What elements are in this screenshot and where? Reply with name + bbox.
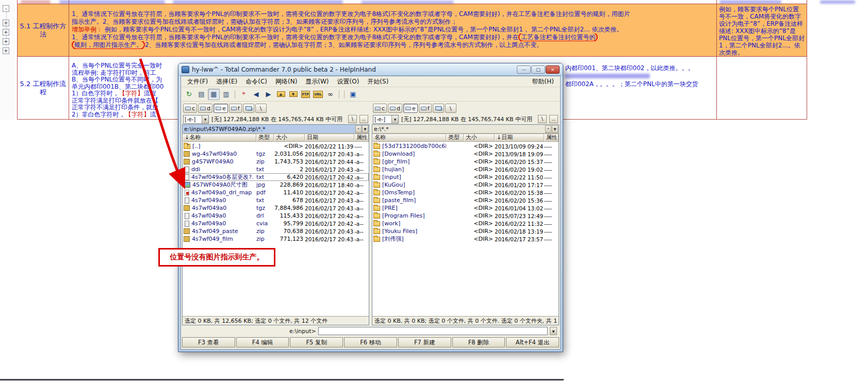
[paste_film][interactable]: [paste_film] <DIR> 2016/02/20 15:36 ----: [372, 196, 559, 204]
tree-view-icon[interactable]: ▥: [220, 89, 232, 100]
[KuGou][interactable]: [KuGou] <DIR> 2016/01/20 17:17 ----: [372, 181, 559, 189]
drive-button[interactable]: f: [229, 104, 242, 113]
up-button[interactable]: ..: [359, 115, 368, 123]
menu-help[interactable]: 帮助(H): [528, 76, 558, 87]
outline-expand-button[interactable]: +: [3, 38, 9, 45]
menu-item[interactable]: 设置(O): [333, 76, 364, 87]
outline-expand-button[interactable]: +: [3, 47, 9, 54]
function-key-button[interactable]: F7 新建: [398, 337, 451, 347]
drive-button[interactable]: f: [419, 104, 432, 113]
4s7wf049a0[interactable]: 4s7wf049a0 cvia 95,799 2016/02/17 20:42 …: [183, 220, 369, 227]
brief-view-icon[interactable]: ▤: [195, 89, 207, 100]
4s7wf049a0[interactable]: 4s7wf049a0 tgz 7,884,986 2016/02/17 20:4…: [183, 204, 369, 212]
chevron-down-icon[interactable]: ▼: [362, 125, 368, 133]
4s7wf049a0各层更改?.[interactable]: 4s7wf049a0各层更改?. txt 6,420 2016/02/17 20…: [183, 173, 369, 181]
ftp-url-icon[interactable]: URL: [312, 89, 324, 100]
drive-button[interactable]: d: [388, 104, 402, 113]
outline-expand-button[interactable]: +: [3, 29, 9, 36]
root-button[interactable]: \: [538, 115, 547, 123]
separator[interactable]: [337, 89, 341, 100]
[hujian][interactable]: [hujian] <DIR> 2016/02/20 19:02 ----: [372, 165, 559, 173]
root-shortcut-button[interactable]: \: [255, 104, 267, 113]
outline-expand-button[interactable]: +: [3, 20, 9, 26]
back-icon[interactable]: ◀: [250, 89, 262, 100]
ftp-connect-icon[interactable]: FTP: [300, 89, 312, 100]
menu-item[interactable]: 命令(C): [241, 76, 271, 87]
4s7wf049a0[interactable]: 4s7wf049a0 txt 678 2016/02/17 20:43 -a--: [183, 196, 369, 204]
sysinfo-icon[interactable]: ▣: [347, 89, 359, 100]
filter-icon[interactable]: *: [545, 125, 551, 133]
column-header[interactable]: 大小: [464, 134, 495, 142]
maximize-button[interactable]: □: [531, 65, 545, 74]
[OmsTemp][interactable]: [OmsTemp] <DIR> 2016/02/20 15:38 ----: [372, 189, 559, 196]
function-key-button[interactable]: F3 查看: [182, 337, 235, 347]
refresh-icon[interactable]: ↻: [183, 89, 195, 100]
column-header[interactable]: 类型: [256, 134, 274, 142]
drive-button[interactable]: c: [373, 104, 387, 113]
root-shortcut-button[interactable]: \: [445, 104, 456, 113]
menu-item[interactable]: 文件(F): [183, 76, 212, 87]
forward-icon[interactable]: ▶: [263, 89, 274, 100]
path-bar[interactable]: e:\*.* * ▼: [372, 125, 559, 134]
up-button[interactable]: ..: [549, 115, 558, 123]
unpack-icon[interactable]: ▼: [287, 89, 299, 100]
menu-item[interactable]: 开始(S): [363, 76, 392, 87]
menu-item[interactable]: 显示(W): [301, 76, 333, 87]
column-header[interactable]: 类型: [446, 134, 464, 142]
minimize-button[interactable]: —: [517, 65, 531, 74]
title-bar[interactable]: hy-lww^ - Total Commander 7.0 public bet…: [178, 63, 563, 76]
[刘伟强][interactable]: [刘伟强] <DIR> 2016/02/17 23:57 ----: [372, 235, 559, 243]
function-key-button[interactable]: Alt+F4 退出: [506, 337, 559, 347]
drive-button[interactable]: c: [183, 104, 197, 113]
drive-button[interactable]: d: [198, 104, 212, 113]
[Program Files][interactable]: [Program Files] <DIR> 2015/07/23 12:49 -…: [372, 212, 559, 220]
[53d7131200db700c6ba5af...][interactable]: [53d7131200db700c6ba5af...] <DIR> 2013/1…: [372, 142, 559, 150]
column-header[interactable]: ↓日期: [495, 134, 544, 142]
function-key-button[interactable]: F4 编辑: [236, 337, 289, 347]
column-header[interactable]: 名称: [372, 134, 446, 142]
[Youku Files][interactable]: [Youku Files] <DIR> 2016/02/18 13:19 ---…: [372, 227, 559, 235]
[PRE][interactable]: [PRE] <DIR> 2016/01/04 13:02 ----: [372, 204, 559, 212]
4s7wf049a0[interactable]: 4s7wf049a0 drl 115,433 2016/02/17 20:42 …: [183, 212, 369, 220]
column-header[interactable]: 日期: [305, 134, 354, 142]
command-input[interactable]: [318, 327, 548, 335]
[work][interactable]: [work] <DIR> 2016/02/22 11:32 ----: [372, 220, 559, 227]
menu-item[interactable]: 选择(E): [212, 76, 241, 87]
path-bar[interactable]: e:\input\4S7WF049A0.zip\*.* * ▼: [183, 125, 369, 134]
drive-selector[interactable]: [-e-] ▼: [373, 115, 399, 124]
g4S7WF049A0[interactable]: g4S7WF049A0 zip 1,743,753 2016/02/17 20:…: [183, 158, 369, 165]
favorites-icon[interactable]: *: [238, 89, 250, 100]
[gbr_film][interactable]: [gbr_film] <DIR> 2016/02/20 15:37 ----: [372, 158, 559, 165]
close-button[interactable]: ×: [546, 65, 560, 74]
4s7wf049a0_drl_map[interactable]: 4s7wf049a0_drl_map pdf 11,410 2016/02/17…: [183, 189, 369, 196]
[..][interactable]: [..] <DIR> 2016/02/22 11:39 ----: [183, 142, 369, 150]
network-button[interactable]: [433, 104, 444, 113]
filter-icon[interactable]: *: [355, 125, 362, 133]
pack-icon[interactable]: ▲: [275, 89, 287, 100]
drive-button[interactable]: e: [214, 104, 228, 113]
function-key-button[interactable]: F8 删除: [452, 337, 505, 347]
drive-button[interactable]: e: [403, 104, 418, 113]
4S7WF049A0尺寸图[interactable]: 4S7WF049A0尺寸图 jpg 228,869 2016/02/17 18:…: [183, 181, 369, 189]
chevron-down-icon[interactable]: ▼: [550, 327, 557, 335]
4s7wf049_film[interactable]: 4s7wf049_film zip 771,123 2016/02/17 20:…: [183, 235, 369, 243]
separator[interactable]: [233, 89, 237, 100]
column-header[interactable]: 属性: [544, 134, 559, 142]
4s7wf049_paste[interactable]: 4s7wf049_paste zip 70,638 2016/02/17 20:…: [183, 227, 369, 235]
[Download][interactable]: [Download] <DIR> 2013/09/18 19:09 ----: [372, 150, 559, 158]
function-key-button[interactable]: F5 复制: [290, 337, 343, 347]
wg-4s7wf049a0[interactable]: wg-4s7wf049a0 tgz 2,031,056 2016/02/17 2…: [183, 150, 369, 158]
function-key-button[interactable]: F6 移动: [344, 337, 397, 347]
menu-item[interactable]: 网络(N): [271, 76, 301, 87]
column-header[interactable]: 大小: [274, 134, 305, 142]
column-header[interactable]: 属性: [354, 134, 369, 142]
ddi[interactable]: ddi txt 2 2016/02/17 20:43 -a--: [183, 165, 369, 173]
separator[interactable]: [342, 89, 347, 100]
chevron-down-icon[interactable]: ▼: [552, 125, 558, 133]
drive-selector[interactable]: [-e-] ▼: [183, 115, 209, 124]
[input][interactable]: [input] <DIR> 2016/02/22 11:50 ----: [372, 173, 559, 181]
full-view-icon[interactable]: ▦: [208, 89, 220, 100]
column-header[interactable]: ↓名称: [183, 134, 256, 142]
network-button[interactable]: [243, 104, 254, 113]
search-icon[interactable]: ∞: [324, 89, 336, 100]
